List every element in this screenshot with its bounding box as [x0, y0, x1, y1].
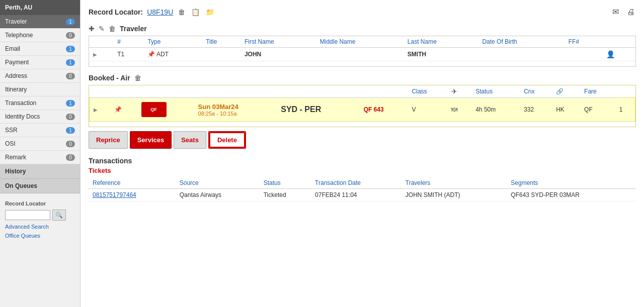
row-ff — [565, 48, 602, 61]
flight-stops: 332 — [520, 98, 552, 122]
row-expand[interactable]: ▶ — [89, 48, 113, 61]
folder-record-button[interactable]: 📁 — [205, 7, 215, 17]
sidebar-item-remark-label: Remark — [5, 154, 26, 161]
sidebar-osi-badge: 0 — [66, 141, 75, 147]
tx-source: Qantas Airways — [176, 189, 260, 201]
tx-date: 07FEB24 11:04 — [311, 189, 401, 201]
flight-expand[interactable]: ▶ — [90, 98, 111, 122]
sidebar-ssr-badge: 1 — [66, 127, 75, 134]
sidebar-item-telephone[interactable]: Telephone 0 — [0, 29, 80, 42]
tx-reference: 0815751797464 — [89, 189, 176, 201]
col-first-name: First Name — [240, 36, 316, 48]
traveler-edit-button[interactable]: ✎ — [99, 25, 105, 33]
col-person-icon — [602, 36, 635, 48]
tickets-title: Tickets — [89, 167, 636, 174]
sidebar-item-osi[interactable]: OSI 0 — [0, 137, 80, 151]
traveler-table-wrapper: # Type Title First Name Middle Name Last… — [89, 36, 636, 67]
plane-icon: ✈ — [451, 87, 457, 95]
air-col-date — [194, 85, 277, 98]
sidebar-item-address[interactable]: Address 0 — [0, 69, 80, 83]
flight-pin: 📌 — [110, 98, 137, 122]
flight-date: Sun 03Mar24 — [198, 103, 273, 111]
tx-segments: QF643 SYD-PER 03MAR — [507, 189, 636, 201]
booked-air-title: Booked - Air — [89, 74, 130, 82]
traveler-delete-button[interactable]: 🗑 — [109, 25, 116, 33]
action-buttons: Reprice Services Seats Delete — [89, 131, 636, 149]
col-reference: Reference — [89, 177, 176, 189]
sidebar-item-itinerary[interactable]: Itinerary — [0, 83, 80, 96]
flight-duration: 4h 50m — [471, 98, 520, 122]
air-col-status: Status — [471, 85, 520, 98]
record-locator-search-button[interactable]: 🔍 — [52, 210, 66, 221]
email-button[interactable]: ✉ — [611, 6, 620, 18]
sidebar-item-payment[interactable]: Payment 1 — [0, 56, 80, 69]
airline-logo: QF — [141, 102, 167, 117]
sidebar-item-traveler[interactable]: Traveler 1 — [0, 15, 80, 29]
record-locator-row: Record Locator: U8F19U 🗑 📋 📁 — [89, 7, 215, 17]
sidebar-item-ssr[interactable]: SSR 1 — [0, 124, 80, 137]
air-col-flight — [360, 85, 408, 98]
traveler-section-title: Traveler — [120, 25, 147, 33]
delete-button[interactable]: Delete — [209, 132, 245, 148]
sidebar-payment-badge: 1 — [66, 59, 75, 66]
row-dob — [478, 48, 564, 61]
col-status: Status — [260, 177, 311, 189]
services-button[interactable]: Services — [130, 131, 172, 149]
booked-air-delete-button[interactable]: 🗑 — [134, 74, 141, 82]
col-expand — [89, 36, 113, 48]
air-col-fare: Fare — [580, 85, 615, 98]
flight-status: HK — [552, 98, 580, 122]
flight-route-value: SYD - PER — [281, 105, 321, 114]
sidebar-telephone-badge: 0 — [66, 32, 75, 39]
col-transaction-date: Transaction Date — [311, 177, 401, 189]
flight-date-time: Sun 03Mar24 08:25a - 10:15a — [194, 98, 277, 122]
sidebar: Perth, AU Traveler 1 Telephone 0 Email 1… — [0, 0, 80, 307]
print-button[interactable]: 🖨 — [626, 7, 636, 18]
sidebar-item-itinerary-label: Itinerary — [5, 86, 27, 93]
sidebar-item-remark[interactable]: Remark 0 — [0, 151, 80, 164]
sidebar-item-email[interactable]: Email 1 — [0, 42, 80, 56]
flight-fare-code: QF — [580, 98, 615, 122]
air-col-link: 🔗 — [552, 85, 580, 98]
col-last-name: Last Name — [404, 36, 478, 48]
air-col-class: Class — [408, 85, 448, 98]
flight-time: 08:25a - 10:15a — [198, 111, 273, 117]
pin-icon: 📌 — [147, 51, 155, 58]
sidebar-remark-badge: 0 — [66, 154, 75, 161]
traveler-add-button[interactable]: ✚ — [89, 25, 95, 33]
reprice-button[interactable]: Reprice — [89, 131, 128, 149]
air-col-logo — [137, 85, 194, 98]
record-locator-input-row: 🔍 — [5, 210, 75, 221]
col-type: Type — [143, 36, 202, 48]
reference-link[interactable]: 0815751797464 — [93, 191, 136, 198]
sidebar-item-transaction[interactable]: Transaction 1 — [0, 96, 80, 110]
flight-num-value: QF 643 — [364, 106, 384, 113]
col-ff: FF# — [565, 36, 602, 48]
record-locator-id[interactable]: U8F19U — [147, 8, 173, 16]
sidebar-item-address-label: Address — [5, 72, 27, 79]
sidebar-item-identity-docs[interactable]: Identity Docs 0 — [0, 110, 80, 124]
flight-logo: QF — [137, 98, 194, 122]
sidebar-transaction-badge: 1 — [66, 100, 75, 107]
advanced-search-link[interactable]: Advanced Search — [5, 224, 75, 230]
sidebar-section-history[interactable]: History — [0, 164, 80, 179]
table-row: ▶ 📌 QF Sun 03Mar24 08:25a - 10:15a SYD -… — [90, 98, 635, 122]
air-col-pin — [110, 85, 137, 98]
seats-button[interactable]: Seats — [174, 131, 206, 149]
sidebar-email-badge: 1 — [66, 46, 75, 52]
copy-record-button[interactable]: 📋 — [190, 7, 201, 17]
record-locator-input[interactable] — [5, 210, 50, 220]
flight-num: QF 643 — [360, 98, 408, 122]
sidebar-item-telephone-label: Telephone — [5, 32, 33, 39]
row-last-name-value: SMITH — [408, 51, 426, 58]
col-travelers: Travelers — [401, 177, 507, 189]
delete-record-button[interactable]: 🗑 — [177, 7, 186, 17]
air-col-expand — [90, 85, 111, 98]
office-queues-link[interactable]: Office Queues — [5, 233, 75, 239]
sidebar-item-ssr-label: SSR — [5, 127, 18, 134]
record-locator-label: Record Locator — [5, 200, 75, 207]
transactions-table: Reference Source Status Transaction Date… — [89, 177, 636, 201]
air-col-route — [277, 85, 359, 98]
sidebar-section-on-queues[interactable]: On Queues — [0, 179, 80, 193]
col-title: Title — [202, 36, 240, 48]
